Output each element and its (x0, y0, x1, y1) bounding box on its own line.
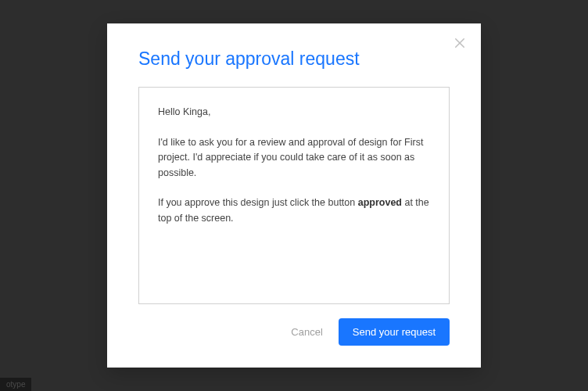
message-body-2-before: If you approve this design just click th… (158, 197, 358, 208)
cancel-button[interactable]: Cancel (288, 320, 325, 344)
corner-tag: otype (0, 378, 31, 391)
close-icon[interactable] (453, 36, 467, 50)
modal-title: Send your approval request (138, 48, 450, 70)
modal-actions: Cancel Send your request (138, 318, 450, 346)
approval-request-modal: Send your approval request Hello Kinga, … (107, 23, 481, 368)
send-request-button[interactable]: Send your request (339, 318, 450, 346)
message-body-1: I'd like to ask you for a review and app… (158, 137, 426, 178)
message-greeting: Hello Kinga, (158, 106, 210, 117)
message-body-2-bold: approved (358, 197, 402, 208)
message-textarea[interactable]: Hello Kinga, I'd like to ask you for a r… (138, 87, 450, 304)
